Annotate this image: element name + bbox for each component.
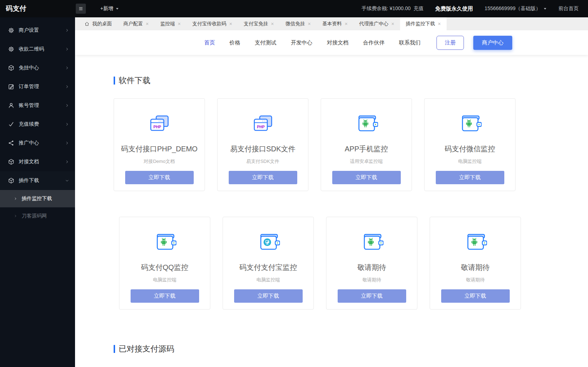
tab-label: 代理推广中心 bbox=[359, 21, 389, 27]
front-home-link[interactable]: 前台首页 bbox=[558, 5, 579, 12]
tab-label: 商户配置 bbox=[123, 21, 143, 27]
version-note: 免费版永久使用 bbox=[435, 5, 473, 12]
nav-link-payment-test[interactable]: 支付测试 bbox=[255, 39, 276, 46]
tab-monitor-client[interactable]: 监控端 × bbox=[154, 17, 187, 30]
sidebar-item-merchant-settings[interactable]: 商户设置 bbox=[0, 21, 75, 40]
nav-link-contact[interactable]: 联系我们 bbox=[399, 39, 421, 46]
close-icon[interactable]: × bbox=[178, 21, 181, 26]
sidebar-item-docking-docs[interactable]: 对接文档 bbox=[0, 152, 75, 171]
download-button[interactable]: 立即下载 bbox=[338, 289, 406, 303]
collapse-sidebar-button[interactable] bbox=[76, 4, 86, 14]
chevron-right-icon bbox=[14, 197, 17, 200]
caret-down-icon bbox=[115, 7, 119, 10]
sidebar-item-label: 对接文档 bbox=[19, 159, 65, 165]
card-subtitle: 电脑监控端 bbox=[458, 158, 482, 165]
nav-link-partners[interactable]: 合作伙伴 bbox=[363, 39, 385, 46]
card-title: 易支付接口SDK文件 bbox=[230, 144, 295, 154]
download-card-epay-sdk: 易支付接口SDK文件 易支付SDK文件 立即下载 bbox=[217, 98, 308, 191]
download-card-qq-monitor: 码支付QQ监控 电脑监控端 立即下载 bbox=[119, 217, 210, 310]
section-title: 软件下载 bbox=[119, 75, 150, 86]
sidebar-item-recharge-renewal[interactable]: 充值续费 bbox=[0, 115, 75, 134]
nav-link-dev-center[interactable]: 开发中心 bbox=[291, 39, 312, 46]
close-icon[interactable]: × bbox=[229, 21, 232, 26]
download-card-coming-soon-2: 敬请期待 敬请期待 立即下载 bbox=[430, 217, 521, 310]
chevron-right-icon bbox=[65, 141, 69, 145]
register-button[interactable]: 注册 bbox=[436, 36, 464, 50]
gear-icon bbox=[8, 46, 14, 52]
home-icon bbox=[84, 21, 89, 26]
tab-bar: 我的桌面 商户配置 × 监控端 × 支付宝传收款码 × 支付宝免挂 × bbox=[75, 17, 588, 30]
wallet-android-icon bbox=[458, 112, 482, 135]
sidebar-subitem-plugin-monitor-download[interactable]: 插件监控下载 bbox=[0, 190, 75, 207]
nav-link-docs[interactable]: 对接文档 bbox=[327, 39, 348, 46]
sidebar-subitem-label: 插件监控下载 bbox=[22, 195, 52, 202]
sidebar-item-free-hang-center[interactable]: 免挂中心 bbox=[0, 59, 75, 77]
check-icon bbox=[8, 121, 14, 128]
close-icon[interactable]: × bbox=[308, 21, 311, 26]
cube-icon bbox=[8, 65, 14, 71]
merchant-center-button[interactable]: 商户中心 bbox=[473, 36, 512, 50]
new-dropdown[interactable]: +新增 bbox=[100, 5, 119, 12]
close-icon[interactable]: × bbox=[345, 21, 347, 26]
app-logo: 码支付 bbox=[0, 4, 75, 13]
section-connected-payment-source: 已对接支付源码 bbox=[114, 344, 588, 354]
chevron-right-icon bbox=[65, 47, 69, 51]
sidebar-subitem-label: 刀客源码网 bbox=[22, 213, 47, 219]
section-bar bbox=[114, 77, 115, 85]
tab-label: 支付宝免挂 bbox=[244, 21, 268, 27]
download-button[interactable]: 立即下载 bbox=[125, 171, 194, 184]
sidebar-item-qrcode[interactable]: 收款二维码 bbox=[0, 40, 75, 59]
sidebar-item-label: 插件下载 bbox=[19, 177, 65, 184]
close-icon[interactable]: × bbox=[438, 21, 441, 26]
card-title: 敬请期待 bbox=[357, 263, 386, 272]
card-title: APP手机监控 bbox=[345, 144, 388, 154]
download-button[interactable]: 立即下载 bbox=[332, 171, 401, 184]
cube-icon bbox=[8, 177, 14, 184]
close-icon[interactable]: × bbox=[391, 21, 394, 26]
sidebar-item-order-management[interactable]: 订单管理 bbox=[0, 77, 75, 96]
php-window-icon bbox=[148, 112, 171, 135]
card-subtitle: 易支付SDK文件 bbox=[246, 158, 280, 165]
account-dropdown[interactable]: 15566669999（基础版） bbox=[484, 5, 547, 12]
tab-agent-promotion-center[interactable]: 代理推广中心 × bbox=[354, 17, 400, 30]
sidebar-item-label: 订单管理 bbox=[19, 83, 65, 90]
tab-merchant-config[interactable]: 商户配置 × bbox=[118, 17, 154, 30]
nav-link-home[interactable]: 首页 bbox=[204, 39, 215, 46]
sidebar-item-label: 免挂中心 bbox=[19, 65, 65, 71]
tab-plugin-monitor-download[interactable]: 插件监控下载 × bbox=[400, 17, 447, 30]
download-button[interactable]: 立即下载 bbox=[229, 171, 297, 184]
card-title: 码支付接口PHP_DEMO bbox=[121, 144, 197, 154]
recharge-link[interactable]: 充值 bbox=[413, 5, 424, 12]
download-button[interactable]: 立即下载 bbox=[441, 289, 510, 303]
sidebar-subitem-daoke-source[interactable]: 刀客源码网 bbox=[0, 207, 75, 225]
section-bar bbox=[114, 345, 115, 353]
sidebar-item-promotion-center[interactable]: 推广中心 bbox=[0, 134, 75, 152]
tab-my-desktop[interactable]: 我的桌面 bbox=[79, 17, 118, 30]
sidebar-item-account-management[interactable]: 账号管理 bbox=[0, 96, 75, 115]
tab-label: 监控端 bbox=[160, 21, 175, 27]
close-icon[interactable]: × bbox=[146, 21, 149, 26]
tab-alipay-qr-upload[interactable]: 支付宝传收款码 × bbox=[187, 17, 238, 30]
tab-label: 我的桌面 bbox=[92, 21, 112, 27]
tab-alipay-free-hang[interactable]: 支付宝免挂 × bbox=[238, 17, 280, 30]
chevron-down-icon bbox=[65, 178, 69, 183]
close-icon[interactable]: × bbox=[271, 21, 274, 26]
download-card-coming-soon-1: 敬请期待 敬请期待 立即下载 bbox=[326, 217, 417, 310]
sidebar-item-plugin-download[interactable]: 插件下载 bbox=[0, 171, 75, 190]
edit-icon bbox=[8, 83, 14, 90]
download-button[interactable]: 立即下载 bbox=[131, 289, 199, 303]
chevron-right-icon bbox=[65, 122, 69, 126]
download-button[interactable]: 立即下载 bbox=[436, 171, 504, 184]
chevron-right-icon bbox=[65, 85, 69, 89]
card-title: 敬请期待 bbox=[461, 263, 490, 272]
tab-basic-info[interactable]: 基本资料 × bbox=[316, 17, 353, 30]
nav-link-price[interactable]: 价格 bbox=[229, 39, 240, 46]
tab-wechat-free-hang[interactable]: 微信免挂 × bbox=[280, 17, 316, 30]
cube-icon bbox=[8, 159, 14, 165]
sidebar: 商户设置 收款二维码 免挂中心 订单管理 账号管理 bbox=[0, 17, 75, 367]
section-software-download: 软件下载 bbox=[114, 75, 588, 86]
download-card-app-monitor: APP手机监控 适用安卓监控端 立即下载 bbox=[321, 98, 412, 191]
fee-balance: 手续费余额: ¥1000.00 充值 bbox=[361, 5, 424, 12]
download-button[interactable]: 立即下载 bbox=[234, 289, 303, 303]
account-label: 15566669999（基础版） bbox=[484, 5, 541, 12]
